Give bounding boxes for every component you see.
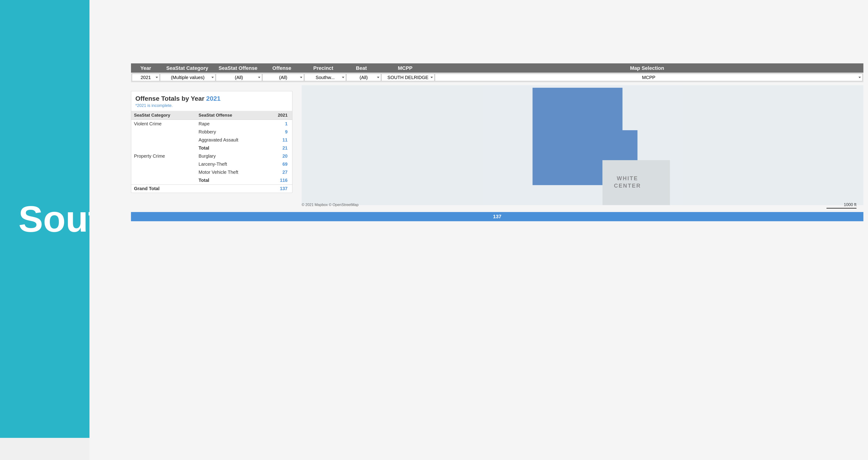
- table-row: Property CrimeBurglary20: [131, 152, 292, 160]
- offense-table-container: Offense Totals by Year 2021 *2021 is inc…: [131, 91, 292, 193]
- main-content: Year SeaStat Category SeaStat Offense Of…: [90, 0, 868, 460]
- col-header-year: 2021: [266, 111, 292, 120]
- total-label-cell: Total: [196, 144, 266, 152]
- filter-labels-row: Year SeaStat Category SeaStat Offense Of…: [131, 63, 863, 73]
- grand-total-row: Grand Total137: [131, 185, 292, 193]
- map-scale-label: 1000 ft: [844, 202, 857, 207]
- offense-value-cell: 27: [266, 168, 292, 176]
- filter-label-mapsel: Map Selection: [432, 65, 863, 71]
- offense-value-cell: 1: [266, 120, 292, 128]
- left-panel: South Delridge: [0, 0, 90, 438]
- filter-label-seastcat: SeaStat Category: [160, 65, 215, 71]
- map-area: WHITE CENTER: [302, 85, 863, 205]
- svg-text:WHITE: WHITE: [617, 175, 638, 182]
- filter-label-beat: Beat: [344, 65, 379, 71]
- offense-value-cell: 69: [266, 160, 292, 168]
- offense-table: SeaStat Category SeaStat Offense 2021 Vi…: [131, 111, 292, 193]
- grand-total-value: 137: [266, 185, 292, 193]
- location-title: South Delridge: [19, 199, 90, 239]
- offense-name-cell: Motor Vehicle Theft: [196, 168, 266, 176]
- bottom-bar: 137: [131, 212, 863, 221]
- grand-total-empty: [196, 185, 266, 193]
- mapsel-select[interactable]: MCPP: [435, 74, 863, 81]
- filter-bar: Year SeaStat Category SeaStat Offense Of…: [131, 63, 863, 82]
- category-cell: Property Crime: [131, 152, 196, 185]
- total-label-cell: Total: [196, 176, 266, 185]
- offense-name-cell: Burglary: [196, 152, 266, 160]
- svg-text:CENTER: CENTER: [614, 183, 641, 189]
- offense-select[interactable]: (All): [262, 74, 304, 81]
- year-select[interactable]: 2021: [132, 74, 160, 81]
- filter-label-seastoff: SeaStat Offense: [215, 65, 261, 71]
- filter-label-offense: Offense: [261, 65, 303, 71]
- offense-name-cell: Aggravated Assault: [196, 136, 266, 144]
- offense-value-cell: 11: [266, 136, 292, 144]
- map-scale-container: 1000 ft: [827, 202, 857, 208]
- offense-name-cell: Rape: [196, 120, 266, 128]
- seastoff-select[interactable]: (All): [216, 74, 262, 81]
- col-header-offense: SeaStat Offense: [196, 111, 266, 120]
- map-svg: WHITE CENTER: [302, 85, 863, 205]
- filter-label-mcpp: MCPP: [379, 65, 432, 71]
- grand-total-label: Grand Total: [131, 185, 196, 193]
- filter-label-precinct: Precinct: [303, 65, 344, 71]
- total-value-cell: 21: [266, 144, 292, 152]
- beat-select[interactable]: (All): [346, 74, 381, 81]
- offense-name-cell: Larceny-Theft: [196, 160, 266, 168]
- total-value-cell: 116: [266, 176, 292, 185]
- map-scale-line: [827, 208, 857, 208]
- offense-value-cell: 9: [266, 128, 292, 136]
- col-header-category: SeaStat Category: [131, 111, 196, 120]
- offense-table-year: 2021: [206, 95, 220, 102]
- incomplete-note: *2021 is incomplete.: [131, 103, 292, 111]
- filter-label-year: Year: [132, 65, 160, 71]
- bottom-bar-value: 137: [493, 213, 502, 220]
- precinct-select[interactable]: Southw...: [304, 74, 346, 81]
- category-cell: Violent Crime: [131, 120, 196, 152]
- map-copyright: © 2021 Mapbox © OpenStreetMap: [302, 203, 359, 207]
- table-row: Violent CrimeRape1: [131, 120, 292, 128]
- seastcat-select[interactable]: (Multiple values): [160, 74, 215, 81]
- offense-table-title: Offense Totals by Year 2021: [131, 91, 292, 103]
- filter-controls-row: 2021 (Multiple values) (All) (All) South…: [131, 73, 863, 82]
- mcpp-select[interactable]: SOUTH DELRIDGE: [381, 74, 434, 81]
- offense-name-cell: Robbery: [196, 128, 266, 136]
- offense-value-cell: 20: [266, 152, 292, 160]
